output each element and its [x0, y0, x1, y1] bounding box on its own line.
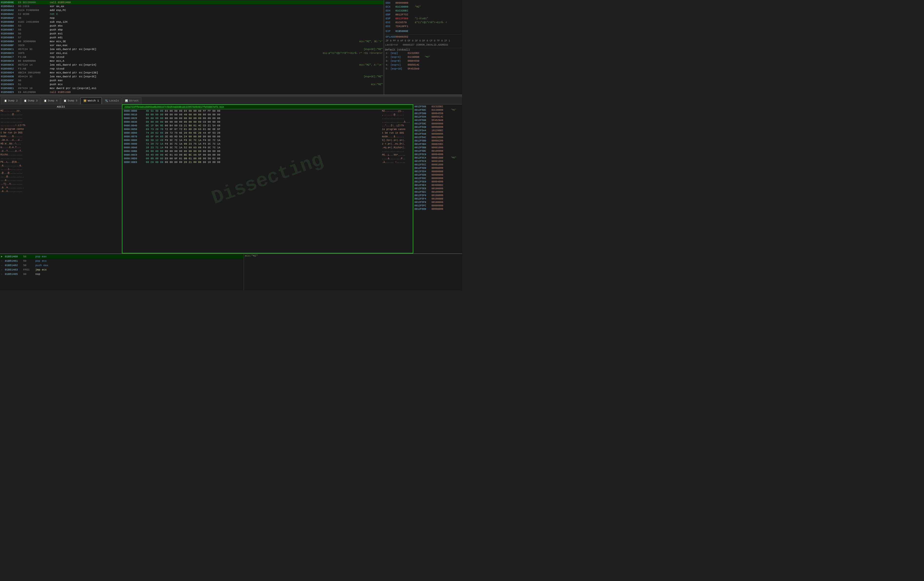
instr-bytes: 56: [18, 32, 50, 35]
tab-dump4[interactable]: 📋 Dump 4: [41, 97, 60, 104]
instr-addr: 01B500E1: [1, 87, 18, 90]
tab-dump3[interactable]: 📋 Dump 3: [21, 97, 41, 104]
hex-main-row: 0000:00D0 00 00 00 00 E0 00 0F 01 0B 01 …: [123, 157, 412, 160]
callstack-item: 2: [esp+4] 01C30000 "MZ": [385, 55, 461, 59]
disasm-line[interactable]: 01B500D4 8BC24 38010000 mov ecx,dword pt…: [0, 71, 384, 74]
disasm-line[interactable]: 01B500B9 57 push edi: [0, 36, 384, 40]
hex-left-row: .&...........&.: [0, 164, 122, 168]
instr-bytes: 57: [18, 36, 50, 39]
disasm-line[interactable]: 01B500C7 F3:AB rep stosd: [0, 55, 384, 59]
disasm-line[interactable]: 01B500BF 33C0 xor eax,eax: [0, 43, 384, 47]
tab-dump5[interactable]: 📋 Dump 5: [61, 97, 80, 104]
instr-text: push ebp: [50, 28, 383, 31]
instr-text: push ebx: [50, 25, 383, 27]
hex-left-row: RichU..........: [0, 153, 122, 157]
tab-dump2[interactable]: 📋 Dump 2: [1, 97, 20, 104]
hex-dump-main[interactable]: 226a723ffb4a91d9950a8b266167c5b354ab0db1…: [122, 104, 413, 253]
disasm-line[interactable]: 01B500EA 3BC6 cmp eax,esi esi:&"t1"r@1"r…: [0, 94, 384, 95]
instr-bytes: 55: [18, 28, 50, 31]
disassembly-pane[interactable]: 01B5009E E8 BD130000 call 01B51460 01B50…: [0, 0, 384, 95]
disasm-line[interactable]: 01B5009E E8 BD130000 call 01B51460: [0, 0, 384, 4]
disasm-line[interactable]: 01B500B0 81EC 24010000 sub esp,124: [0, 20, 384, 24]
instr-bytes: 53: [18, 25, 50, 27]
rs-row: 0012F5E8 00100000: [414, 187, 462, 190]
disasm-line[interactable]: 01B500E5 E8 A6120000 call 01B51390: [0, 90, 384, 94]
tab-icon-watch1: 🐱: [83, 99, 87, 102]
instr-comment: ecx:"MZ": [371, 83, 383, 86]
hex-main-row: 0000:00E0 00 C0 00 00 00 00 00 00 20 21 …: [123, 160, 412, 164]
disasm-line[interactable]: 01B500A6 81C4 FC000000 add esp,FC: [0, 8, 384, 12]
tab-icon-struct: 📊: [125, 99, 128, 102]
disasm-line[interactable]: 01B500BA B9 3E000000 mov ecx,3E ecx:"MZ"…: [0, 40, 384, 43]
instr-text: push esi: [50, 32, 383, 35]
disasm-line[interactable]: 01B500C9 B9 0A000000 mov ecx,A: [0, 59, 384, 63]
tab-label-locals: Locals: [109, 99, 119, 102]
rs-row: 0012F5BC 00100000: [414, 149, 462, 153]
instr-addr: 01B500AF: [1, 17, 18, 20]
disasm-line[interactable]: 01B500C1 8D7C24 3C lea edi,dword ptr ss:…: [0, 47, 384, 51]
instr-text: push ecx: [50, 83, 369, 86]
instr-addr: 01B500AC: [1, 13, 18, 16]
instr-text: rep stosd: [50, 56, 383, 59]
hex-main-row: 0000:0040 0E 1F BA 0E 00 B4 09 CD 21 B8 …: [123, 124, 412, 127]
h-scrollbar[interactable]: [0, 95, 462, 97]
hex-left-row: PE..L...@)$..: [0, 160, 122, 164]
bd-left[interactable]: ► 01B51460 58 pop eax · 01B51461 59 pop …: [0, 254, 244, 290]
bd-disasm-line[interactable]: ► 01B51460 58 pop eax: [0, 254, 244, 259]
instr-addr: 01B5009E: [1, 1, 18, 4]
instr-bytes: 66:33C0: [18, 5, 50, 8]
instr-addr: 01B500DB: [1, 75, 18, 78]
bd-disasm-line[interactable]: · 01B51463 FFE1 jmp ecx: [0, 267, 244, 272]
rs-row: 0012F5C0 00004000: [414, 153, 462, 156]
disasm-line[interactable]: 01B500B7 55 push ebp: [0, 28, 384, 32]
disasm-line[interactable]: 01B500DB 8D4424 3C lea eax,dword ptr ss:…: [0, 74, 384, 79]
instr-addr: 01B500B6: [1, 25, 18, 27]
bd-disasm-line[interactable]: · 01B51465 90 nop: [0, 272, 244, 276]
disasm-line[interactable]: 01B500AF 90 nop: [0, 16, 384, 20]
instr-bytes: 33C0: [18, 44, 50, 47]
instr-addr: 01B500B7: [1, 28, 18, 31]
instr-text: add esp,FC: [50, 9, 383, 12]
tab-locals[interactable]: 🔧 Locals: [102, 97, 122, 104]
hex-main-row: 0000:0010 B8 00 00 00 00 00 00 00 40 00 …: [123, 113, 412, 117]
instr-text: push eax: [50, 79, 383, 82]
hex-dump-left[interactable]: ASCII MZ.........yy.........@...........…: [0, 104, 122, 253]
callstack-item: 1: [esp] 01C32DEC: [385, 51, 461, 55]
hex-left-row: ..........!.LI!Th: [0, 124, 122, 127]
disasm-line[interactable]: 01B500B8 56 push esi: [0, 32, 384, 36]
disasm-line[interactable]: 01B500C5 33F6 xor esi,esi esi:&"t1"r@1"r…: [0, 51, 384, 55]
instr-text: mov ecx,A: [50, 59, 383, 63]
tab-label-dump5: Dump 5: [68, 99, 78, 102]
tab-label-dump3: Dump 3: [28, 99, 38, 102]
hex-left-row: .U.-T.....U.-T.: [0, 149, 122, 153]
hex-left-rows: MZ.........yy.........@.................…: [0, 109, 122, 193]
tab-watch1[interactable]: 🐱 Watch 1: [81, 97, 101, 104]
hex-left-row: ...............: [0, 116, 122, 120]
disasm-line[interactable]: 01B500B6 53 push ebx: [0, 24, 384, 28]
disasm-line[interactable]: 01B500E1 897424 18 mov dword ptr ss:[esp…: [0, 86, 384, 90]
instr-addr: 01B500C7: [1, 56, 18, 59]
disasm-line[interactable]: 01B500AC C2 0C00 ret C: [0, 12, 384, 16]
hex-main-row: 0000:0050 69 73 20 70 72 6F 67 72 61 6D …: [123, 127, 412, 131]
bottom-disasm: ► 01B51460 58 pop eax · 01B51461 59 pop …: [0, 253, 462, 290]
instr-bytes: E8 A6120000: [18, 91, 50, 94]
disasm-line[interactable]: 01B500CE 8D7C24 14 lea edi,dword ptr ss:…: [0, 63, 384, 67]
rs-row: 0012F598 5FA529A9: [414, 119, 462, 122]
hex-main-row: 0000:0070 6D 6F 64 65 2E 0D 0D 0A 24 00 …: [123, 135, 412, 139]
tab-icon-locals: 🔧: [105, 99, 108, 102]
disasm-line[interactable]: 01B500E0 51 push ecx ecx:"MZ": [0, 83, 384, 86]
tab-struct[interactable]: 📊 Struct: [122, 97, 142, 104]
bd-disasm-line[interactable]: · 01B51462 50 push eax: [0, 263, 244, 267]
rs-row: 0012F59C 00000000: [414, 122, 462, 125]
disasm-line[interactable]: 01B500D2 F3:AB rep stosd: [0, 67, 384, 71]
instr-addr: 01B500BA: [1, 40, 18, 43]
hex-main-row: 0000:0020 00 00 00 00 00 00 00 00 00 00 …: [123, 117, 412, 120]
instr-bytes: C2 0C00: [18, 13, 50, 16]
hex-main-row: 0000:0000 4D 5A 90 00 03 00 00 00 04 00 …: [123, 109, 412, 113]
bd-disasm-line[interactable]: · 01B51461 59 pop ecx: [0, 259, 244, 263]
rs-row: 0012F594 0005014C: [414, 115, 462, 119]
rs-row: 0012F5DC 00000000: [414, 177, 462, 180]
register-line: EBP 0012F7CC: [385, 13, 461, 17]
disasm-line[interactable]: 01B500DF 50 push eax: [0, 79, 384, 83]
disasm-line[interactable]: 01B500A3 66:33C0 xor ax,ax: [0, 4, 384, 8]
